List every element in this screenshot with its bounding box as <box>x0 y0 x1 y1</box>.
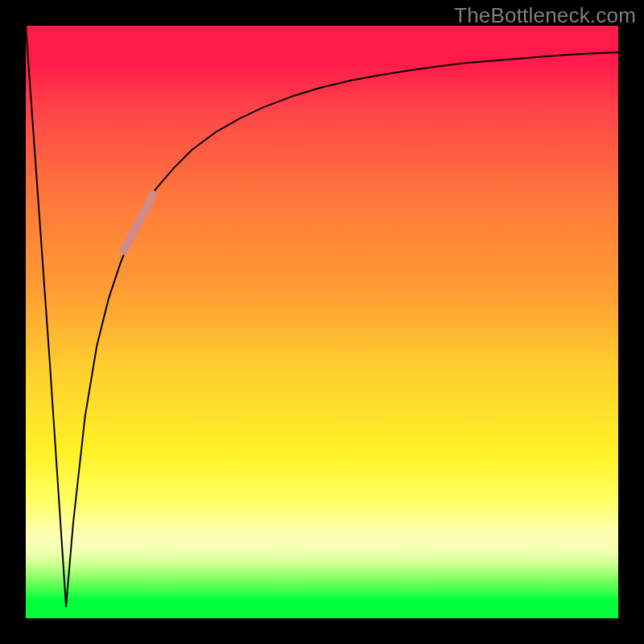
curve-layer <box>26 26 618 618</box>
bottleneck-curve <box>26 26 618 606</box>
watermark-text: TheBottleneck.com <box>454 3 636 28</box>
chart-frame: TheBottleneck.com <box>0 0 644 644</box>
highlight-segment <box>123 195 153 251</box>
plot-area <box>26 26 618 618</box>
